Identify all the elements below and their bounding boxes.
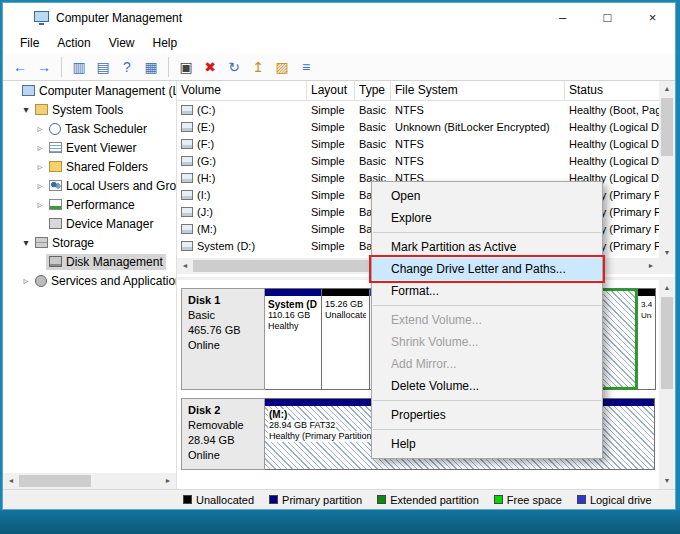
table-row[interactable]: (E:) SimpleBasic Unknown (BitLocker Encr… [177, 118, 659, 135]
volume-vertical-scrollbar[interactable]: ▲ ▼ [659, 81, 675, 261]
action-dialog-icon[interactable]: ▣ [175, 56, 197, 78]
refresh-icon[interactable]: ↻ [223, 56, 245, 78]
menu-item-explore[interactable]: Explore [372, 207, 602, 229]
disk-2-label[interactable]: Disk 2 Removable 28.94 GB Online [181, 398, 265, 470]
column-header-file-system[interactable]: File System [391, 81, 565, 100]
scrollbar-thumb[interactable] [661, 297, 673, 389]
chevron-right-icon[interactable]: ▹ [34, 142, 46, 153]
menu-action[interactable]: Action [48, 33, 99, 54]
menu-item-change-drive-letter[interactable]: Change Drive Letter and Paths... [372, 258, 602, 280]
scroll-left-icon[interactable]: ◄ [3, 473, 19, 489]
title-bar[interactable]: Computer Management – □ × [3, 3, 675, 33]
tree-horizontal-scrollbar[interactable]: ◄ ► [3, 473, 176, 489]
tree-item-device-manager[interactable]: Device Manager [3, 214, 176, 233]
scroll-left-icon[interactable]: ◄ [177, 258, 193, 274]
tree-item-disk-management[interactable]: Disk Management [3, 252, 176, 271]
menu-file[interactable]: File [11, 33, 48, 54]
folder-icon[interactable]: ▨ [271, 56, 293, 78]
menu-view[interactable]: View [100, 33, 144, 54]
tree-item-label: Local Users and Groups [66, 179, 177, 193]
maximize-button[interactable]: □ [585, 3, 630, 32]
forward-icon[interactable]: → [33, 56, 55, 78]
drive-icon [181, 190, 193, 200]
disk-vertical-scrollbar[interactable]: ▲ ▼ [659, 280, 675, 489]
show-console-tree-icon[interactable]: ▥ [68, 56, 90, 78]
minimize-button[interactable]: – [540, 3, 585, 32]
scrollbar-thumb[interactable] [19, 475, 91, 487]
scroll-up-icon[interactable]: ▲ [659, 81, 675, 97]
tree-item-label: System Tools [52, 103, 123, 117]
chevron-right-icon[interactable]: ▹ [34, 161, 46, 172]
chevron-down-icon[interactable]: ▾ [20, 237, 32, 248]
legend-swatch [577, 495, 586, 504]
help-icon[interactable]: ? [116, 56, 138, 78]
legend-logical-drive: Logical drive [577, 494, 652, 506]
tree-item-label: Disk Management [66, 255, 163, 269]
delete-icon[interactable]: ✖ [199, 56, 221, 78]
tree-item-system-tools[interactable]: ▾ System Tools [3, 100, 176, 119]
tree-item-label: Device Manager [66, 217, 153, 231]
shared-folders-icon [49, 161, 62, 172]
drive-icon [181, 224, 193, 234]
scroll-right-icon[interactable]: ► [160, 473, 176, 489]
system-tools-icon [35, 104, 48, 115]
chevron-right-icon[interactable]: ▹ [34, 123, 46, 134]
export-list-icon[interactable]: ▤ [92, 56, 114, 78]
legend-swatch [269, 495, 278, 504]
tree-item-storage[interactable]: ▾ Storage [3, 233, 176, 252]
partition-free[interactable]: 3.49 GB Unallocated [637, 289, 655, 389]
chevron-right-icon[interactable]: ▹ [34, 199, 46, 210]
menu-item-properties[interactable]: Properties [372, 404, 602, 426]
chevron-right-icon[interactable]: ▹ [20, 275, 32, 286]
tree-item-label: Task Scheduler [65, 122, 147, 136]
back-icon[interactable]: ← [9, 56, 31, 78]
move-up-icon[interactable]: ↥ [247, 56, 269, 78]
column-header-type[interactable]: Type [355, 81, 391, 100]
column-header-status[interactable]: Status [565, 81, 659, 100]
menu-item-delete-volume[interactable]: Delete Volume... [372, 375, 602, 397]
partition-system[interactable]: System (D:) 110.16 GB Healthy [265, 289, 321, 389]
list-view-icon[interactable]: ≡ [295, 56, 317, 78]
tree-item-shared-folders[interactable]: ▹ Shared Folders [3, 157, 176, 176]
menu-item-add-mirror: Add Mirror... [372, 353, 602, 375]
tree-item-local-users-groups[interactable]: ▹ Local Users and Groups [3, 176, 176, 195]
scrollbar-thumb[interactable] [661, 98, 673, 156]
menu-item-help[interactable]: Help [372, 433, 602, 455]
tree-item-computer-management[interactable]: Computer Management (Local) [3, 81, 176, 100]
scroll-right-icon[interactable]: ► [643, 258, 659, 274]
tree-item-event-viewer[interactable]: ▹ Event Viewer [3, 138, 176, 157]
tree-item-performance[interactable]: ▹ Performance [3, 195, 176, 214]
scroll-up-icon[interactable]: ▲ [659, 280, 675, 296]
drive-icon [181, 241, 193, 251]
close-button[interactable]: × [630, 3, 675, 32]
column-header-layout[interactable]: Layout [307, 81, 355, 100]
legend-extended-partition: Extended partition [377, 494, 479, 506]
table-row[interactable]: (F:) SimpleBasic NTFSHealthy (Logical Dr… [177, 135, 659, 152]
menu-item-open[interactable]: Open [372, 185, 602, 207]
menu-bar: File Action View Help [3, 33, 675, 54]
menu-item-format[interactable]: Format... [372, 280, 602, 302]
console-tree: Computer Management (Local) ▾ System Too… [3, 81, 177, 489]
menu-help[interactable]: Help [144, 33, 187, 54]
table-row[interactable]: (G:) SimpleBasic NTFSHealthy (Logical Dr… [177, 152, 659, 169]
tree-item-services-applications[interactable]: ▹ Services and Applications [3, 271, 176, 290]
chevron-down-icon[interactable]: ▾ [20, 104, 32, 115]
computer-management-window: Computer Management – □ × File Action Vi… [2, 2, 676, 510]
menu-item-mark-partition-active[interactable]: Mark Partition as Active [372, 236, 602, 258]
partition-unallocated[interactable]: 15.26 GB Unallocated [321, 289, 369, 389]
toolbar: ← → ▥ ▤ ? ▦ ▣ ✖ ↻ ↥ ▨ ≡ [3, 54, 675, 81]
legend-unallocated: Unallocated [183, 494, 254, 506]
users-icon [49, 180, 62, 191]
disk-1-label[interactable]: Disk 1 Basic 465.76 GB Online [181, 288, 265, 390]
legend-free-space: Free space [494, 494, 562, 506]
tree-item-task-scheduler[interactable]: ▹ Task Scheduler [3, 119, 176, 138]
scroll-down-icon[interactable]: ▼ [659, 473, 675, 489]
context-menu: Open Explore Mark Partition as Active Ch… [371, 181, 603, 459]
legend-swatch [377, 495, 386, 504]
console-window-icon[interactable]: ▦ [140, 56, 162, 78]
services-icon [35, 275, 47, 287]
column-header-volume[interactable]: Volume [177, 81, 307, 100]
chevron-right-icon[interactable]: ▹ [34, 180, 46, 191]
table-row[interactable]: (C:) SimpleBasic NTFSHealthy (Boot, Page… [177, 101, 659, 118]
volume-list-header: Volume Layout Type File System Status [177, 81, 659, 101]
